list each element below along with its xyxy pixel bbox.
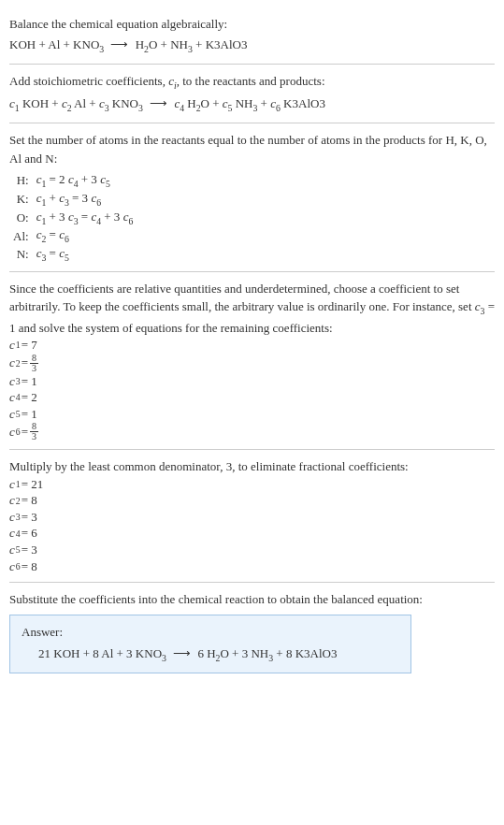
coeff-c6: c6 = 83 xyxy=(9,422,495,441)
row-o: O:c1 + 3 c3 = c4 + 3 c6 xyxy=(9,209,137,227)
rhs-a: H xyxy=(136,37,144,51)
prompt-text: Balance the chemical equation algebraica… xyxy=(9,15,495,34)
section-problem: Balance the chemical equation algebraica… xyxy=(9,7,495,65)
row-al: Al:c2 = c6 xyxy=(9,226,137,245)
coeff-c2: c2 = 83 xyxy=(9,354,495,373)
coeff-c3: c3 = 3 xyxy=(9,509,495,526)
coeff-list-fractional: c1 = 7 c2 = 83 c3 = 1 c4 = 2 c5 = 1 c6 =… xyxy=(9,337,495,441)
eq: c1 + c3 = 3 c6 xyxy=(33,190,137,209)
eq: c3 = c5 xyxy=(33,245,137,264)
lhs: 21 KOH + 8 Al + 3 KNO xyxy=(38,646,162,660)
coeff-c4: c4 = 2 xyxy=(9,389,495,406)
coeff-list-integer: c1 = 21 c2 = 8 c3 = 3 c4 = 6 c5 = 3 c6 =… xyxy=(9,476,495,574)
rhs-b: O + 3 NH xyxy=(220,646,268,660)
coeff-c5: c5 = 3 xyxy=(9,542,495,558)
sub: 3 xyxy=(162,653,166,663)
coeff-c1: c1 = 7 xyxy=(9,337,495,354)
section-atom-balance: Set the number of atoms in the reactants… xyxy=(9,123,495,272)
answer-box: Answer: 21 KOH + 8 Al + 3 KNO3 ⟶ 6 H2O +… xyxy=(9,615,411,674)
t: K3AlO3 xyxy=(281,96,325,110)
coeff-c5: c5 = 1 xyxy=(9,406,495,423)
label: K: xyxy=(9,190,33,209)
eq: c2 = c6 xyxy=(33,226,137,245)
text: , to the reactants and products: xyxy=(177,74,325,88)
unbalanced-equation: KOH + Al + KNO3 ⟶ H2O + NH3 + K3AlO3 xyxy=(9,36,495,56)
eq: c1 + 3 c3 = c4 + 3 c6 xyxy=(33,209,137,227)
solve-intro: Since the coefficients are relative quan… xyxy=(9,280,495,337)
atom-equations-table: H:c1 = 2 c4 + 3 c5 K:c1 + c3 = 3 c6 O:c1… xyxy=(9,171,137,264)
text: Add stoichiometric coefficients, xyxy=(9,74,168,88)
t: + xyxy=(257,96,270,110)
rhs-a: 6 H xyxy=(197,646,215,660)
t: KNO xyxy=(109,96,138,110)
atom-balance-intro: Set the number of atoms in the reactants… xyxy=(9,131,495,167)
text: and solve the system of equations for th… xyxy=(16,321,333,335)
stoich-intro: Add stoichiometric coefficients, ci, to … xyxy=(9,72,495,93)
answer-label: Answer: xyxy=(22,623,399,642)
substitute-intro: Substitute the coefficients into the che… xyxy=(9,590,495,609)
eq: c1 = 2 c4 + 3 c5 xyxy=(33,171,137,190)
rhs-c: + K3AlO3 xyxy=(193,37,248,51)
coeff-c2: c2 = 8 xyxy=(9,492,495,509)
label: Al: xyxy=(9,226,33,245)
t: Al + xyxy=(72,96,99,110)
coeff-c6: c6 = 8 xyxy=(9,558,495,575)
section-multiply: Multiply by the least common denominator… xyxy=(9,450,495,583)
section-solve: Since the coefficients are relative quan… xyxy=(9,272,495,450)
arrow-icon: ⟶ xyxy=(173,646,191,660)
balanced-equation: 21 KOH + 8 Al + 3 KNO3 ⟶ 6 H2O + 3 NH3 +… xyxy=(22,644,399,665)
t: NH xyxy=(232,96,252,110)
text: Since the coefficients are relative quan… xyxy=(9,282,475,314)
section-answer: Substitute the coefficients into the che… xyxy=(9,583,495,681)
fraction: 83 xyxy=(30,354,38,373)
sub: 3 xyxy=(138,103,143,113)
arrow-icon: ⟶ xyxy=(110,37,128,51)
arrow-icon: ⟶ xyxy=(150,96,167,110)
coeff-c1: c1 = 21 xyxy=(9,476,495,493)
row-k: K:c1 + c3 = 3 c6 xyxy=(9,190,137,209)
label: H: xyxy=(9,171,33,190)
lhs: KOH + Al + KNO xyxy=(9,37,99,51)
section-stoich: Add stoichiometric coefficients, ci, to … xyxy=(9,65,495,123)
rhs-c: + 8 K3AlO3 xyxy=(273,646,337,660)
t: O + xyxy=(201,96,223,110)
label: N: xyxy=(9,245,33,264)
coeff-c4: c4 = 6 xyxy=(9,525,495,542)
row-n: N:c3 = c5 xyxy=(9,245,137,264)
row-h: H:c1 = 2 c4 + 3 c5 xyxy=(9,171,137,190)
multiply-intro: Multiply by the least common denominator… xyxy=(9,457,495,476)
rhs-b: O + NH xyxy=(149,37,188,51)
sub: 3 xyxy=(99,43,104,53)
fraction: 83 xyxy=(30,422,38,441)
coeff-c3: c3 = 1 xyxy=(9,373,495,390)
label: O: xyxy=(9,209,33,227)
t: H xyxy=(184,96,196,110)
t: KOH + xyxy=(20,96,62,110)
stoich-equation: c1 KOH + c2 Al + c3 KNO3 ⟶ c4 H2O + c5 N… xyxy=(9,94,495,115)
